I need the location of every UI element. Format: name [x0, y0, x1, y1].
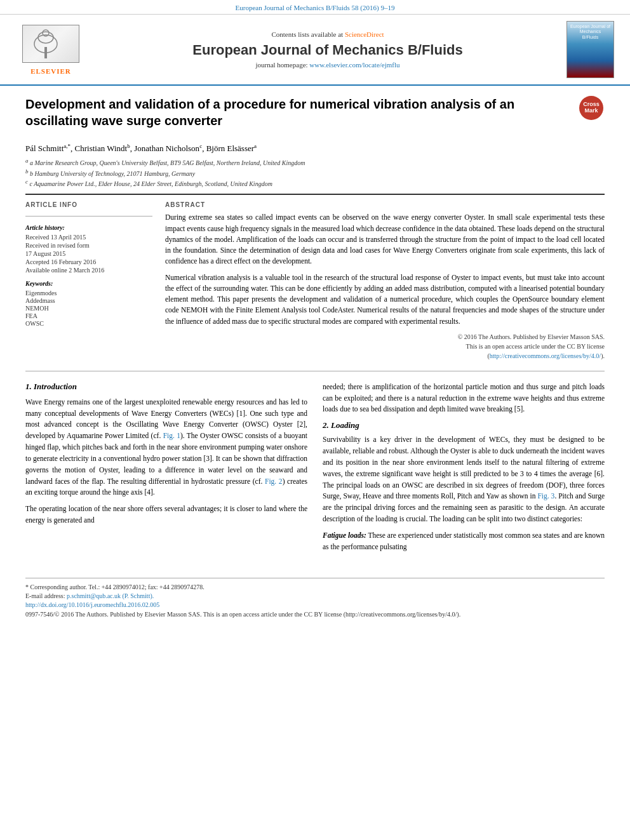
article-title-section: Development and validation of a procedur… — [25, 96, 605, 135]
body-divider — [25, 371, 605, 371]
article-content: Development and validation of a procedur… — [0, 86, 630, 568]
cover-text: European Journal ofMechanicsB/Fluids — [570, 24, 610, 40]
article-info-column: ARTICLE INFO Article history: Received 1… — [25, 201, 152, 361]
author-bjorn: Björn Elsässera — [206, 143, 257, 153]
intro-heading: 1. Introduction — [25, 382, 307, 392]
intro-column: 1. Introduction Wave Energy remains one … — [25, 382, 307, 558]
elsevier-logo-area: ELSEVIER — [13, 25, 89, 75]
fatigue-text: Fatigue loads: These are experienced und… — [323, 530, 605, 553]
abstract-heading: ABSTRACT — [165, 201, 605, 208]
fatigue-label: Fatigue loads: — [323, 531, 366, 539]
header-divider — [25, 194, 605, 195]
main-two-col: 1. Introduction Wave Energy remains one … — [25, 382, 605, 558]
affiliation-a: a a Marine Research Group, Queen's Unive… — [25, 157, 605, 166]
abstract-para-1: During extreme sea states so called impa… — [165, 212, 605, 267]
article-info-heading: ARTICLE INFO — [25, 201, 152, 208]
journal-citation-text: European Journal of Mechanics B/Fluids 5… — [236, 4, 395, 11]
loading-intro-para: needed; there is amplification of the ho… — [323, 382, 605, 415]
footer-copyright: 0997-7546/© 2016 The Authors. Published … — [25, 611, 605, 618]
abstract-text: During extreme sea states so called impa… — [165, 212, 605, 327]
loading-column: needed; there is amplification of the ho… — [323, 382, 605, 558]
author-christian: Christian Windtb — [75, 143, 130, 153]
keywords-label: Keywords: — [25, 280, 152, 287]
crossmark-badge[interactable]: Cross Mark — [579, 96, 605, 121]
article-footer: * Corresponding author. Tel.: +44 289097… — [25, 578, 605, 622]
footnote-doi[interactable]: http://dx.doi.org/10.1016/j.euromechflu.… — [25, 601, 605, 608]
journal-homepage-line: journal homepage: www.elsevier.com/locat… — [89, 61, 566, 69]
elsevier-brand-text: ELSEVIER — [30, 67, 71, 75]
journal-header-center: Contents lists available at ScienceDirec… — [89, 30, 566, 69]
elsevier-logo: ELSEVIER — [13, 25, 89, 75]
history-available: Available online 2 March 2016 — [25, 267, 152, 274]
copyright-text: © 2016 The Authors. Published by Elsevie… — [458, 333, 605, 340]
history-accepted: Accepted 16 February 2016 — [25, 258, 152, 265]
svg-point-2 — [38, 32, 53, 43]
author-jonathan: Jonathan Nicholsonc — [134, 143, 202, 153]
abstract-para-2: Numerical vibration analysis is a valuab… — [165, 272, 605, 327]
keyword-addedmass: Addedmass — [25, 297, 152, 304]
abstract-column: ABSTRACT During extreme sea states so ca… — [165, 201, 605, 361]
keyword-nemoh: NEMOH — [25, 305, 152, 312]
footnote-corresponding: * Corresponding author. Tel.: +44 289097… — [25, 583, 605, 590]
copyright-line: © 2016 The Authors. Published by Elsevie… — [165, 332, 605, 361]
contents-available-line: Contents lists available at ScienceDirec… — [89, 30, 566, 38]
history-revised-date: 17 August 2015 — [25, 250, 152, 257]
info-divider — [25, 216, 152, 217]
history-revised-label: Received in revised form — [25, 242, 152, 249]
journal-cover: European Journal ofMechanicsB/Fluids — [566, 21, 617, 78]
history-label: Article history: — [25, 224, 152, 231]
open-access-text: This is an open access article under the… — [466, 343, 605, 350]
cc-license-url[interactable]: http://creativecommons.org/licenses/by/4… — [490, 352, 601, 359]
author-email[interactable]: p.schmitt@qub.ac.uk (P. Schmitt). — [67, 592, 154, 599]
intro-para-1: Wave Energy remains one of the largest u… — [25, 397, 307, 498]
loading-para: Survivability is a key driver in the dev… — [323, 434, 605, 525]
keyword-fea: FEA — [25, 312, 152, 319]
history-received: Received 13 April 2015 — [25, 234, 152, 241]
author-pal: Pál Schmitta,* — [25, 143, 70, 153]
doi-link[interactable]: http://dx.doi.org/10.1016/j.euromechflu.… — [25, 601, 159, 608]
elsevier-logo-image — [22, 25, 79, 63]
affiliation-b: b b Hamburg University of Technology, 21… — [25, 168, 605, 177]
crossmark-icon: Cross Mark — [579, 96, 603, 120]
journal-cover-image: European Journal ofMechanicsB/Fluids — [566, 21, 614, 78]
affiliation-c: c c Aquamarine Power Ltd., Elder House, … — [25, 178, 605, 187]
intro-para-2: The operating location of the near shore… — [25, 503, 307, 526]
keyword-eigenmodes: Eigenmodes — [25, 290, 152, 297]
sciencedirect-link[interactable]: ScienceDirect — [345, 30, 384, 38]
journal-citation-bar: European Journal of Mechanics B/Fluids 5… — [0, 0, 630, 15]
article-title-text: Development and validation of a procedur… — [25, 96, 573, 135]
journal-homepage-url[interactable]: www.elsevier.com/locate/ejmflu — [309, 61, 399, 69]
journal-title: European Journal of Mechanics B/Fluids — [89, 42, 566, 58]
loading-heading: 2. Loading — [323, 420, 605, 430]
keyword-owsc: OWSC — [25, 320, 152, 327]
article-title: Development and validation of a procedur… — [25, 96, 573, 129]
article-body-header: ARTICLE INFO Article history: Received 1… — [25, 201, 605, 361]
journal-header: ELSEVIER Contents lists available at Sci… — [0, 15, 630, 86]
authors-line: Pál Schmitta,*, Christian Windtb, Jonath… — [25, 143, 605, 154]
footnote-email: E-mail address: p.schmitt@qub.ac.uk (P. … — [25, 592, 605, 599]
